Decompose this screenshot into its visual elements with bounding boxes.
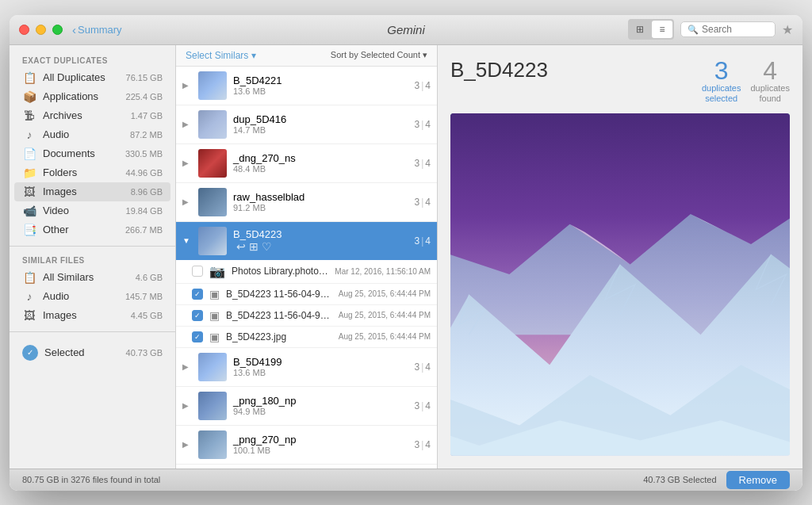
sidebar-item-all-duplicates[interactable]: 📋 All Duplicates 76.15 GB [10,68,175,87]
group-row[interactable]: ▶ B_5D4221 13.6 MB 3 | 4 [176,67,437,105]
group-row[interactable]: ▶ _png_270_np 100.1 MB 3 | 4 [176,426,437,465]
group-expanded-header[interactable]: ▼ B_5D4223 ↩ ⊞ ♡ 3 | [176,222,437,260]
group-name: dup_5D416 [233,113,408,125]
sidebar-item-audio[interactable]: ♪ Audio 87.2 MB [10,125,175,144]
all-similars-icon: 📋 [22,271,36,284]
sub-item[interactable]: ▣ B_5D4223 11-56-04-987… Aug 25, 2015, 6… [176,284,437,305]
group-row[interactable]: ▶ dup_5D416 14.7 MB 3 | 4 [176,105,437,144]
group-size: 13.6 MB [233,86,408,96]
file-icon: ▣ [209,288,220,300]
group-row[interactable]: ▶ B_5D4199 13.6 MB 3 | 4 [176,348,437,387]
group-thumbnail [198,430,227,459]
group-counts: 3 | 4 [415,80,431,91]
count-separator: | [421,362,423,373]
minimize-button[interactable] [36,25,46,35]
sidebar-item-name: Audio [43,128,124,140]
group-thumbnail [198,353,227,381]
duplicates-found-stat: 4 duplicatesfound [750,58,790,104]
sidebar-item-size: 330.5 MB [125,149,163,159]
statusbar-right: 40.73 GB Selected Remove [643,471,790,489]
sidebar-item-name: Images [43,309,124,321]
sub-checkbox[interactable] [192,331,203,342]
sidebar-item-images[interactable]: 🖼 Images 8.96 GB [14,182,170,201]
sidebar-item-size: 19.84 GB [126,206,163,216]
search-input[interactable] [702,24,765,35]
sort-button[interactable]: Sort by Selected Count ▾ [331,50,427,60]
back-button[interactable]: ‹ Summary [72,23,122,36]
all-duplicates-icon: 📋 [22,71,36,84]
maximize-button[interactable] [52,25,63,35]
selected-label: Selected [44,346,120,358]
sidebar-item-audio-similar[interactable]: ♪ Audio 145.7 MB [10,287,175,306]
sub-item-date: Aug 25, 2015, 6:44:44 PM [339,311,431,319]
group-thumbnail [198,149,227,178]
found-count: 4 [425,400,431,411]
heart-icon[interactable]: ♡ [262,240,272,253]
count-separator: | [421,197,423,208]
sub-checkbox[interactable] [192,266,203,277]
group-thumbnail [198,227,227,255]
sidebar-item-folders[interactable]: 📁 Folders 44.96 GB [10,163,175,182]
file-list-header: Select Similars ▾ Sort by Selected Count… [176,45,437,67]
selected-count: 3 [415,362,420,373]
preview-image [450,113,790,456]
search-icon: 🔍 [688,25,699,35]
select-similars-button[interactable]: Select Similars ▾ [186,50,256,61]
search-box[interactable]: 🔍 [680,21,776,37]
group-size: 91.2 MB [233,203,408,212]
group-row[interactable]: ▶ _png_180_np 94.9 MB 3 | 4 [176,387,437,426]
remove-button[interactable]: Remove [726,471,790,489]
sidebar-item-size: 225.4 GB [126,92,163,101]
group-row[interactable]: ▶ _dng_270_ns 48.4 MB 3 | 4 [176,144,437,183]
exact-duplicates-label: Exact Duplicates [10,53,175,68]
chevron-right-icon: ▶ [182,81,192,90]
group-thumbnail [198,188,227,216]
sidebar-item-selected[interactable]: ✓ Selected 40.73 GB [10,339,175,367]
traffic-lights [19,25,63,35]
count-separator: | [421,235,423,247]
sub-item[interactable]: 📷 Photos Library.photoslibr… Mar 12, 201… [176,260,437,284]
group-info: B_5D4223 ↩ ⊞ ♡ [233,228,408,253]
group-row[interactable]: ▶ raw_hasselblad 91.2 MB 3 | 4 [176,183,437,222]
found-count: 4 [425,197,431,208]
sub-checkbox[interactable] [192,289,203,300]
sidebar-item-all-similars[interactable]: 📋 All Similars 4.6 GB [10,268,175,287]
sub-item-name: B_5D4223 11-56-04-991… [226,310,332,321]
group-name: _png_270_np [233,434,408,446]
selected-count: 3 [415,439,420,450]
sub-checkbox[interactable] [192,310,203,321]
group-row[interactable]: ▶ _tiff_90_pp 100.1 MB 3 | 4 [176,465,437,469]
selected-circle-icon: ✓ [22,345,38,361]
group-name: B_5D4223 [233,228,408,240]
sidebar-item-video[interactable]: 📹 Video 19.84 GB [10,201,175,220]
grid-icon[interactable]: ⊞ [249,240,259,253]
sidebar-item-images-similar[interactable]: 🖼 Images 4.45 GB [10,306,175,325]
sub-item[interactable]: ▣ B_5D4223 11-56-04-991… Aug 25, 2015, 6… [176,305,437,327]
reply-icon[interactable]: ↩ [236,240,246,253]
file-icon: ▣ [209,331,220,343]
other-icon: 📑 [22,224,36,236]
group-info: _png_270_np 100.1 MB [233,434,408,455]
group-actions: ↩ ⊞ ♡ [236,240,408,253]
sidebar-item-name: Documents [43,147,119,159]
group-counts: 3 | 4 [415,362,431,373]
close-button[interactable] [19,25,29,35]
list-view-button[interactable]: ≡ [652,21,672,38]
folders-icon: 📁 [22,166,36,179]
star-button[interactable]: ★ [782,22,793,37]
group-size: 14.7 MB [233,125,408,135]
sidebar-item-name: Other [43,224,119,235]
sidebar-item-documents[interactable]: 📄 Documents 330.5 MB [10,144,175,163]
duplicates-selected-count: 3 [702,58,741,83]
sidebar-item-other[interactable]: 📑 Other 266.7 MB [10,220,175,239]
group-counts: 3 | 4 [415,235,431,247]
sidebar-item-size: 76.15 GB [126,73,163,82]
sub-item[interactable]: ▣ B_5D4223.jpg Aug 25, 2015, 6:44:44 PM [176,327,437,348]
sidebar-item-applications[interactable]: 📦 Applications 225.4 GB [10,87,175,106]
sidebar-item-archives[interactable]: 🗜 Archives 1.47 GB [10,106,175,125]
duplicates-found-label: duplicatesfound [750,83,790,104]
grid-view-button[interactable]: ⊞ [630,21,650,38]
file-list-panel: Select Similars ▾ Sort by Selected Count… [176,45,438,469]
group-info: raw_hasselblad 91.2 MB [233,191,408,212]
selected-count: 3 [415,80,420,91]
